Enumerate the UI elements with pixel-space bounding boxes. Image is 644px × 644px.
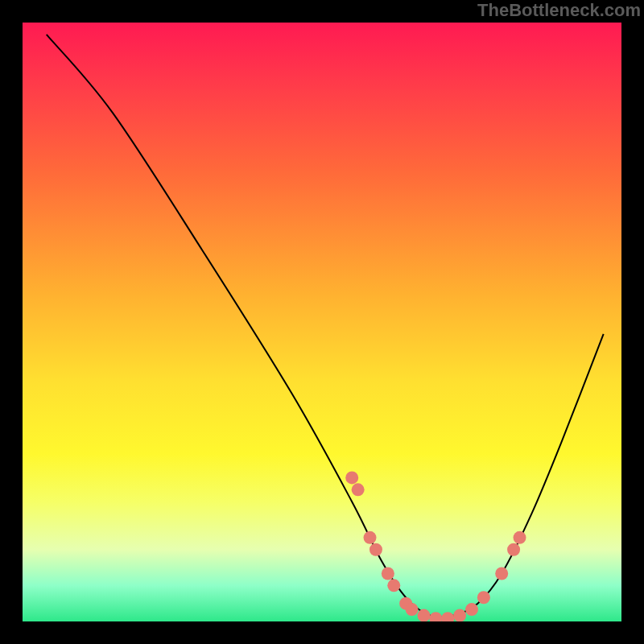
data-marker [495,567,508,580]
data-marker [345,471,358,484]
data-marker [465,603,478,616]
data-marker [453,609,466,621]
data-marker [352,483,365,496]
data-marker [477,591,490,604]
data-marker [364,531,377,544]
chart-svg [23,23,621,621]
chart-frame: TheBottleneck.com [0,0,644,644]
data-marker [441,612,454,621]
plot-area [23,23,621,621]
data-marker [382,567,394,580]
data-marker [514,531,526,544]
data-marker [507,543,520,556]
data-marker [387,579,400,592]
curve-line [47,35,604,617]
marker-group [345,471,526,621]
watermark-text: TheBottleneck.com [477,0,641,21]
data-marker [369,543,382,556]
data-marker [406,603,419,616]
data-marker [417,609,430,621]
data-marker [429,612,442,621]
